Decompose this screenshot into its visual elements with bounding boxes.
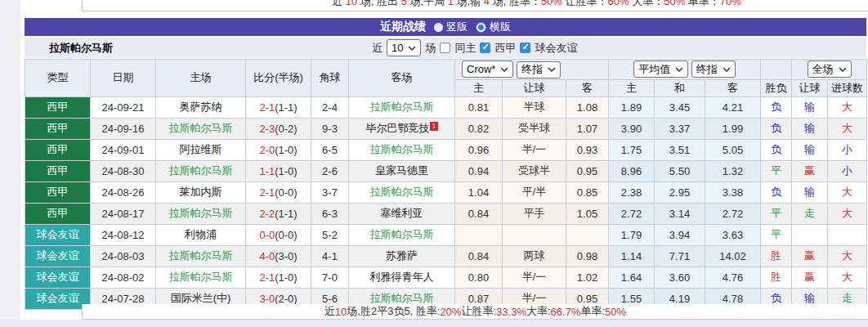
- cell-date: 24-09-01: [91, 139, 156, 160]
- cell-away-team[interactable]: 毕尔巴鄂竞技1: [349, 118, 455, 139]
- table-row: 西甲24-08-26莱加内斯2-1(0-0)3-7拉斯帕尔马斯1.04平/半0.…: [25, 181, 867, 203]
- sub-header-odds-handicap: 让球: [503, 79, 566, 96]
- cell-odds-home: 0.84: [455, 203, 503, 224]
- cell-odds-handicap: 受半球: [503, 118, 566, 139]
- chevron-down-icon: [675, 67, 683, 72]
- cell-avg-draw: 3.14: [655, 203, 705, 224]
- cell-score: 1-1(1-0): [246, 160, 311, 181]
- table-row: 西甲24-08-30拉斯帕尔马斯1-1(1-0)2-6皇家马德里0.94受球半0…: [25, 160, 867, 181]
- odds-time-select[interactable]: 终指: [517, 61, 561, 78]
- cell-date: 24-08-30: [91, 160, 156, 181]
- sub-header-avg-home: 主: [609, 79, 655, 96]
- cell-avg-home: 2.72: [609, 203, 655, 224]
- average-select[interactable]: 平均值: [633, 60, 688, 78]
- cell-avg-away: 1.32: [705, 160, 761, 181]
- cell-corners: 4-1: [311, 245, 349, 267]
- cell-result-wdl: 平: [761, 203, 792, 224]
- sub-header-goals-result: 进球数: [828, 79, 867, 96]
- stats-text-segment: 70%: [720, 0, 741, 7]
- cell-type: 西甲: [25, 181, 91, 203]
- cell-away-team[interactable]: 拉斯帕尔马斯: [349, 139, 455, 160]
- cell-odds-home: 1.04: [455, 181, 503, 203]
- sub-header-odds-away: 客: [566, 79, 609, 96]
- cell-odds-away: 0.93: [566, 139, 609, 160]
- cell-result-handicap: 输: [792, 118, 828, 139]
- cell-home-team[interactable]: 拉斯帕尔马斯: [156, 118, 246, 139]
- cell-type: 西甲: [25, 96, 91, 118]
- cell-home-team[interactable]: 拉斯帕尔马斯: [156, 203, 246, 224]
- stats-text-segment: 场,平局: [407, 0, 448, 7]
- cell-result-goals: 大: [828, 181, 867, 203]
- radio-icon[interactable]: [476, 22, 486, 33]
- stats-text-segment: 单率：: [685, 0, 720, 7]
- cell-avg-draw: 3.37: [655, 118, 705, 139]
- cell-type: 球会友谊: [25, 288, 91, 309]
- cell-result-wdl: 胜: [761, 267, 792, 288]
- cell-result-wdl: 负: [761, 96, 792, 118]
- cell-corners: 2-4: [311, 96, 349, 118]
- cell-score: 2-1(1-0): [246, 267, 311, 288]
- cell-home-team[interactable]: 利物浦: [156, 224, 246, 245]
- friendly-checkbox[interactable]: [520, 43, 530, 53]
- cell-date: 24-08-17: [91, 203, 156, 224]
- layout-radio-horizontal[interactable]: 横版: [476, 20, 511, 34]
- cell-odds-away: 1.05: [566, 203, 609, 224]
- cell-home-team[interactable]: 拉斯帕尔马斯: [156, 245, 246, 267]
- cell-home-team[interactable]: 拉斯帕尔马斯: [156, 267, 246, 288]
- layout-radio-vertical[interactable]: 竖版: [434, 20, 468, 34]
- cell-score: 4-0(3-0): [246, 245, 311, 267]
- odds-source-select[interactable]: Crow*: [462, 60, 513, 78]
- radio-vertical-label: 竖版: [446, 20, 468, 34]
- cell-result-goals: [828, 224, 867, 245]
- cell-odds-away: 1.02: [566, 267, 609, 288]
- cell-away-team[interactable]: 拉斯帕尔马斯: [349, 96, 455, 118]
- summary-stats: 近10场,胜2平3负5, 胜率:20% 让胜率:33.3% 大率:66.7% 单…: [82, 304, 868, 320]
- cell-type: 西甲: [25, 160, 91, 181]
- cell-result-wdl: 胜: [761, 245, 792, 267]
- cell-home-team[interactable]: 莱加内斯: [156, 181, 246, 203]
- bottom-divider: [0, 320, 868, 327]
- stats-text-segment: 1: [448, 0, 454, 7]
- cell-away-team[interactable]: 苏雅萨: [349, 245, 455, 267]
- filters: 近 10 场 同主 西甲 球会友谊: [372, 39, 577, 56]
- cell-home-team[interactable]: 阿拉维斯: [156, 139, 246, 160]
- section-title: 近期战绩: [380, 20, 426, 34]
- filter-suffix-label: 场: [425, 41, 436, 56]
- cell-away-team[interactable]: 皇家马德里: [349, 160, 455, 181]
- cell-corners: 9-3: [311, 118, 349, 139]
- league-checkbox[interactable]: [480, 43, 490, 53]
- fulltime-select[interactable]: 全场: [808, 60, 852, 78]
- cell-avg-home: 2.38: [609, 181, 655, 203]
- cell-corners: 6-3: [311, 203, 349, 224]
- chevron-down-icon: [548, 67, 556, 72]
- cell-home-team[interactable]: 奥萨苏纳: [156, 96, 246, 118]
- cell-odds-handicap: 半球: [503, 96, 566, 118]
- cell-away-team[interactable]: 拉斯帕尔马斯: [349, 224, 455, 245]
- chevron-down-icon: [500, 67, 508, 72]
- cell-date: 24-08-12: [91, 224, 156, 245]
- cell-score: 2-1(0-0): [246, 181, 311, 203]
- cell-odds-home: 0.96: [455, 139, 503, 160]
- cell-result-handicap: 赢: [792, 267, 828, 288]
- col-header-home: 主场: [156, 60, 246, 97]
- cell-away-team[interactable]: 利雅得青年人: [349, 267, 455, 288]
- stats-text-segment: 让胜率：: [562, 0, 608, 7]
- cell-result-goals: 小: [828, 139, 867, 160]
- cell-odds-home: 0.81: [455, 96, 503, 118]
- cell-avg-home: 1.14: [609, 245, 655, 267]
- cell-home-team[interactable]: 拉斯帕尔马斯: [156, 160, 246, 181]
- stats-text-segment: 4: [484, 0, 490, 7]
- radio-horizontal-label: 横版: [490, 20, 511, 34]
- cell-away-team[interactable]: 塞维利亚: [349, 203, 455, 224]
- average-time-select[interactable]: 终指: [691, 60, 736, 78]
- col-header-score: 比分(半场): [246, 60, 311, 97]
- cell-avg-away: 14.02: [705, 245, 761, 267]
- cell-away-team[interactable]: 拉斯帕尔马斯: [349, 181, 455, 203]
- radio-icon[interactable]: [434, 23, 443, 32]
- same-home-checkbox[interactable]: [440, 43, 450, 53]
- cell-corners: 5-2: [311, 224, 349, 245]
- cell-date: 24-08-02: [91, 267, 156, 288]
- cell-avg-away: 5.05: [705, 139, 761, 160]
- recent-count-select[interactable]: 10: [387, 39, 421, 56]
- filter-prefix-label: 近: [372, 41, 383, 56]
